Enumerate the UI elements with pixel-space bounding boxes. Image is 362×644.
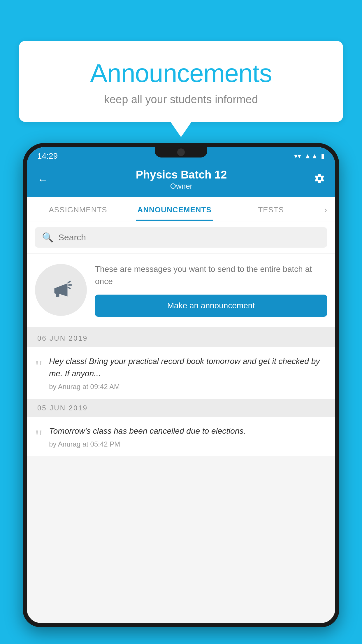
date-separator-1: 06 JUN 2019 — [27, 330, 335, 347]
battery-icon: ▮ — [321, 152, 325, 160]
date-separator-2: 05 JUN 2019 — [27, 399, 335, 417]
speech-bubble-title: Announcements — [36, 58, 326, 88]
wifi-icon: ▾▾ — [294, 152, 301, 160]
svg-line-0 — [68, 281, 70, 283]
header-title: Physics Batch 12 — [136, 169, 227, 181]
speech-bubble-subtitle: keep all your students informed — [36, 93, 326, 106]
phone-screen: 14:29 ▾▾ ▲▲ ▮ ← Physics Batch 12 Owner — [27, 147, 335, 623]
announcement-content-1: Hey class! Bring your practical record b… — [49, 355, 327, 391]
header-center: Physics Batch 12 Owner — [136, 169, 227, 191]
tab-announcements[interactable]: ANNOUNCEMENTS — [126, 197, 223, 221]
speech-bubble-container: Announcements keep all your students inf… — [19, 41, 343, 122]
announcement-content-2: Tomorrow's class has been cancelled due … — [49, 425, 327, 448]
svg-line-2 — [68, 287, 70, 289]
announcement-meta-2: by Anurag at 05:42 PM — [49, 440, 327, 448]
phone-camera — [177, 148, 185, 156]
settings-button[interactable] — [314, 173, 325, 186]
phone-outer: 14:29 ▾▾ ▲▲ ▮ ← Physics Batch 12 Owner — [23, 143, 339, 627]
phone-notch — [155, 147, 207, 158]
announcement-text-1: Hey class! Bring your practical record b… — [49, 355, 327, 380]
tabs-container: ASSIGNMENTS ANNOUNCEMENTS TESTS › — [27, 197, 335, 221]
announce-icon-circle — [35, 264, 87, 316]
announcement-item-2: " Tomorrow's class has been cancelled du… — [27, 417, 335, 457]
speech-bubble: Announcements keep all your students inf… — [19, 41, 343, 122]
announcement-item-1: " Hey class! Bring your practical record… — [27, 347, 335, 399]
search-input-wrapper: 🔍 — [35, 227, 327, 248]
tab-tests[interactable]: TESTS — [223, 197, 319, 221]
status-icons: ▾▾ ▲▲ ▮ — [294, 152, 325, 160]
tab-more[interactable]: › — [319, 197, 332, 221]
signal-icon: ▲▲ — [304, 152, 318, 160]
prompt-description: These are messages you want to send to t… — [95, 263, 327, 288]
search-input[interactable] — [58, 232, 320, 242]
make-announcement-button[interactable]: Make an announcement — [95, 295, 327, 317]
status-time: 14:29 — [37, 151, 58, 161]
app-header: ← Physics Batch 12 Owner — [27, 163, 335, 197]
announcement-meta-1: by Anurag at 09:42 AM — [49, 383, 327, 391]
announcement-text-2: Tomorrow's class has been cancelled due … — [49, 425, 327, 437]
quote-icon-2: " — [35, 427, 43, 448]
search-icon: 🔍 — [42, 232, 54, 243]
phone-mockup: 14:29 ▾▾ ▲▲ ▮ ← Physics Batch 12 Owner — [23, 143, 339, 644]
back-button[interactable]: ← — [37, 174, 48, 186]
search-container: 🔍 — [27, 221, 335, 254]
header-subtitle: Owner — [136, 182, 227, 191]
tab-assignments[interactable]: ASSIGNMENTS — [30, 197, 126, 221]
announcement-prompt-right: These are messages you want to send to t… — [95, 263, 327, 317]
announcement-prompt-card: These are messages you want to send to t… — [27, 254, 335, 330]
quote-icon-1: " — [35, 358, 43, 391]
